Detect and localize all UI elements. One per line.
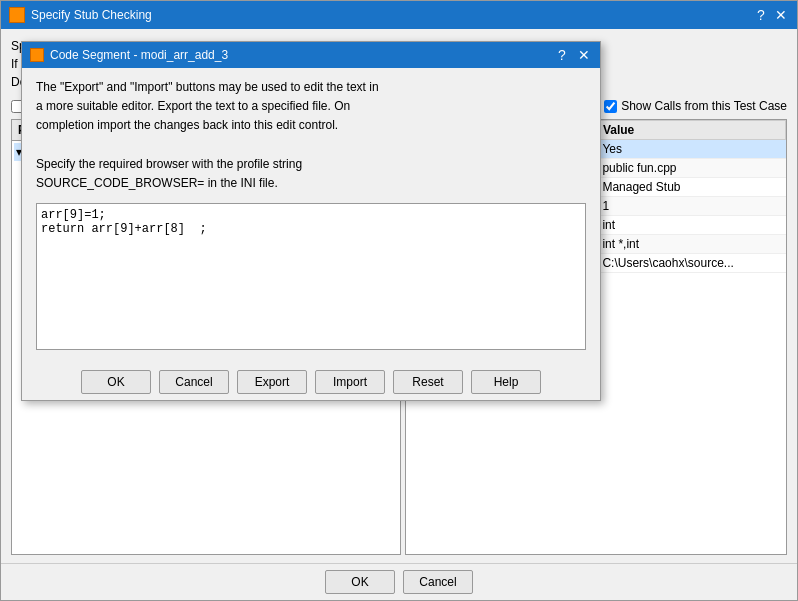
title-bar-left: Specify Stub Checking bbox=[9, 7, 152, 23]
inner-desc-line4 bbox=[36, 136, 586, 155]
inner-title-left: Code Segment - modi_arr_add_3 bbox=[30, 48, 228, 62]
show-calls-label[interactable]: Show Calls from this Test Case bbox=[604, 99, 787, 113]
value-cell: 1 bbox=[596, 197, 785, 216]
inner-desc-line2: a more suitable editor. Export the text … bbox=[36, 97, 586, 116]
inner-description: The "Export" and "Import" buttons may be… bbox=[36, 78, 586, 193]
inner-desc-line6: SOURCE_CODE_BROWSER= in the INI file. bbox=[36, 174, 586, 193]
inner-desc-line5: Specify the required browser with the pr… bbox=[36, 155, 586, 174]
inner-bottom-bar: OK Cancel Export Import Reset Help bbox=[22, 364, 600, 400]
inner-dialog: Code Segment - modi_arr_add_3 ? ✕ The "E… bbox=[21, 41, 601, 401]
value-col-header: Value bbox=[596, 121, 785, 140]
inner-desc-line3: completion import the changes back into … bbox=[36, 116, 586, 135]
inner-reset-button[interactable]: Reset bbox=[393, 370, 463, 394]
inner-dialog-title: Code Segment - modi_arr_add_3 bbox=[50, 48, 228, 62]
inner-help-btn[interactable]: Help bbox=[471, 370, 541, 394]
value-cell: C:\Users\caohx\source... bbox=[596, 254, 785, 273]
show-calls-text: Show Calls from this Test Case bbox=[621, 99, 787, 113]
main-dialog-icon bbox=[9, 7, 25, 23]
main-title-bar: Specify Stub Checking ? ✕ bbox=[1, 1, 797, 29]
inner-help-button[interactable]: ? bbox=[554, 47, 570, 63]
inner-export-button[interactable]: Export bbox=[237, 370, 307, 394]
close-button[interactable]: ✕ bbox=[773, 7, 789, 23]
inner-dialog-icon bbox=[30, 48, 44, 62]
inner-desc-line1: The "Export" and "Import" buttons may be… bbox=[36, 78, 586, 97]
ok-button[interactable]: OK bbox=[325, 570, 395, 594]
code-area-wrapper: arr[9]=1; return arr[9]+arr[8] ; bbox=[36, 203, 586, 350]
help-button[interactable]: ? bbox=[753, 7, 769, 23]
value-cell: public fun.cpp bbox=[596, 159, 785, 178]
cancel-button[interactable]: Cancel bbox=[403, 570, 473, 594]
inner-import-button[interactable]: Import bbox=[315, 370, 385, 394]
main-dialog-title: Specify Stub Checking bbox=[31, 8, 152, 22]
title-bar-controls: ? ✕ bbox=[753, 7, 789, 23]
value-cell: Yes bbox=[596, 140, 785, 159]
inner-title-controls: ? ✕ bbox=[554, 47, 592, 63]
main-dialog: Specify Stub Checking ? ✕ Specify the ch… bbox=[0, 0, 798, 601]
inner-dialog-body: The "Export" and "Import" buttons may be… bbox=[22, 68, 600, 364]
inner-cancel-button[interactable]: Cancel bbox=[159, 370, 229, 394]
inner-title-bar: Code Segment - modi_arr_add_3 ? ✕ bbox=[22, 42, 600, 68]
inner-ok-button[interactable]: OK bbox=[81, 370, 151, 394]
code-content[interactable]: arr[9]=1; return arr[9]+arr[8] ; bbox=[41, 208, 581, 236]
show-calls-checkbox[interactable] bbox=[604, 100, 617, 113]
value-cell: int *,int bbox=[596, 235, 785, 254]
value-cell: Managed Stub bbox=[596, 178, 785, 197]
inner-close-button[interactable]: ✕ bbox=[576, 47, 592, 63]
bottom-bar: OK Cancel bbox=[1, 563, 797, 600]
value-cell: int bbox=[596, 216, 785, 235]
